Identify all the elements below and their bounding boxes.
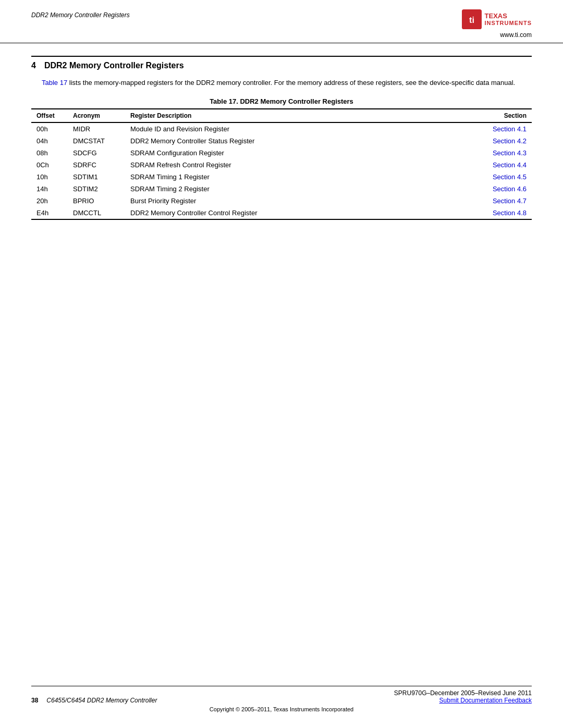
cell-description: DDR2 Memory Controller Control Register: [125, 207, 480, 219]
cell-section[interactable]: Section 4.5: [480, 171, 532, 183]
table-row: 00hMIDRModule ID and Revision RegisterSe…: [31, 122, 532, 135]
ti-logo-icon: ti: [462, 9, 482, 29]
table-row: 14hSDTIM2SDRAM Timing 2 RegisterSection …: [31, 183, 532, 195]
cell-section[interactable]: Section 4.1: [480, 122, 532, 135]
cell-section[interactable]: Section 4.8: [480, 207, 532, 219]
table-row: 04hDMCSTATDDR2 Memory Controller Status …: [31, 135, 532, 147]
table-row: 0ChSDRFCSDRAM Refresh Control RegisterSe…: [31, 159, 532, 171]
footer-top: 38 C6455/C6454 DDR2 Memory Controller SP…: [31, 686, 532, 704]
header-right-text: www.ti.com: [500, 31, 532, 39]
table-title: Table 17. DDR2 Memory Controller Registe…: [31, 97, 532, 105]
cell-offset: 00h: [31, 122, 68, 135]
section-number: 4: [31, 61, 36, 70]
cell-description: SDRAM Configuration Register: [125, 147, 480, 159]
cell-offset: 08h: [31, 147, 68, 159]
section-link[interactable]: Section 4.5: [493, 173, 527, 181]
cell-acronym: BPRIO: [68, 195, 125, 207]
ti-logo: ti Texas Instruments: [462, 9, 532, 29]
table-row: 10hSDTIM1SDRAM Timing 1 RegisterSection …: [31, 171, 532, 183]
cell-section[interactable]: Section 4.3: [480, 147, 532, 159]
table-row: 20hBPRIOBurst Priority RegisterSection 4…: [31, 195, 532, 207]
col-header-offset: Offset: [31, 109, 68, 122]
cell-acronym: SDCFG: [68, 147, 125, 159]
col-header-description: Register Description: [125, 109, 480, 122]
submit-feedback-link[interactable]: Submit Documentation Feedback: [439, 697, 532, 704]
intro-text: lists the memory-mapped registers for th…: [67, 79, 515, 87]
cell-description: DDR2 Memory Controller Status Register: [125, 135, 480, 147]
section-link[interactable]: Section 4.1: [493, 125, 527, 133]
cell-acronym: DMCCTL: [68, 207, 125, 219]
svg-text:ti: ti: [469, 15, 474, 24]
section-link[interactable]: Section 4.8: [493, 209, 527, 217]
cell-description: SDRAM Refresh Control Register: [125, 159, 480, 171]
section-link[interactable]: Section 4.3: [493, 149, 527, 157]
cell-offset: 20h: [31, 195, 68, 207]
cell-description: Burst Priority Register: [125, 195, 480, 207]
table-header-row: Offset Acronym Register Description Sect…: [31, 109, 532, 122]
cell-offset: 14h: [31, 183, 68, 195]
copyright-text: Copyright © 2005–2011, Texas Instruments…: [210, 706, 353, 712]
cell-acronym: MIDR: [68, 122, 125, 135]
cell-section[interactable]: Section 4.4: [480, 159, 532, 171]
footer-left-text: C6455/C6454 DDR2 Memory Controller: [46, 697, 157, 704]
section-heading: 4 DDR2 Memory Controller Registers: [31, 56, 532, 70]
section-link[interactable]: Section 4.6: [493, 185, 527, 193]
intro-paragraph: Table 17 lists the memory-mapped registe…: [42, 78, 532, 88]
table-row: E4hDMCCTLDDR2 Memory Controller Control …: [31, 207, 532, 219]
cell-description: Module ID and Revision Register: [125, 122, 480, 135]
cell-description: SDRAM Timing 1 Register: [125, 171, 480, 183]
footer-right-text: SPRU970G–December 2005–Revised June 2011…: [394, 689, 532, 704]
page-number: 38: [31, 697, 38, 704]
cell-acronym: SDTIM2: [68, 183, 125, 195]
col-header-section: Section: [480, 109, 532, 122]
cell-section[interactable]: Section 4.2: [480, 135, 532, 147]
header-left-text: DDR2 Memory Controller Registers: [31, 9, 130, 19]
page-container: DDR2 Memory Controller Registers ti Texa…: [0, 0, 563, 728]
section-title: DDR2 Memory Controller Registers: [44, 61, 184, 70]
cell-description: SDRAM Timing 2 Register: [125, 183, 480, 195]
section-link[interactable]: Section 4.4: [493, 161, 527, 169]
page-header: DDR2 Memory Controller Registers ti Texa…: [0, 0, 563, 43]
cell-offset: 0Ch: [31, 159, 68, 171]
footer-bottom: Copyright © 2005–2011, Texas Instruments…: [31, 706, 532, 712]
section-link[interactable]: Section 4.2: [493, 137, 527, 145]
table-container: Table 17. DDR2 Memory Controller Registe…: [31, 97, 532, 220]
main-content: 4 DDR2 Memory Controller Registers Table…: [0, 43, 563, 220]
ti-logo-text: Texas Instruments: [485, 12, 532, 27]
page-footer: 38 C6455/C6454 DDR2 Memory Controller SP…: [0, 686, 563, 712]
col-header-acronym: Acronym: [68, 109, 125, 122]
cell-offset: 04h: [31, 135, 68, 147]
cell-acronym: SDTIM1: [68, 171, 125, 183]
cell-offset: E4h: [31, 207, 68, 219]
section-link[interactable]: Section 4.7: [493, 197, 527, 205]
table17-link[interactable]: Table 17: [42, 79, 67, 87]
table-row: 08hSDCFGSDRAM Configuration RegisterSect…: [31, 147, 532, 159]
data-table: Offset Acronym Register Description Sect…: [31, 108, 532, 220]
cell-section[interactable]: Section 4.7: [480, 195, 532, 207]
cell-acronym: DMCSTAT: [68, 135, 125, 147]
cell-offset: 10h: [31, 171, 68, 183]
cell-acronym: SDRFC: [68, 159, 125, 171]
cell-section[interactable]: Section 4.6: [480, 183, 532, 195]
